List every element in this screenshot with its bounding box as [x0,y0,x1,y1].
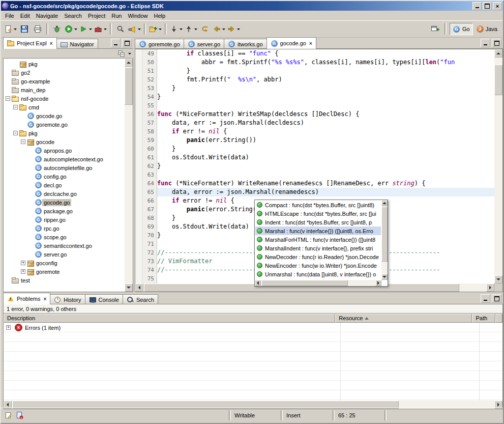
tree-item-server-go[interactable]: server.go [4,250,133,259]
view-menu-icon[interactable] [128,53,131,54]
close-icon[interactable]: × [50,41,53,46]
scrollbar-thumb[interactable] [261,280,348,286]
scroll-down-button[interactable] [125,284,133,292]
view-tab-history[interactable]: History [50,294,85,304]
editor-tab-goremote-go[interactable]: goremote.go [135,39,184,49]
completion-item-marshalforhtml[interactable]: MarshalForHTML : func(v interface{}) ([]… [255,235,381,244]
code-line-54[interactable]: } [157,93,494,101]
tree-item-config-go[interactable]: config.go [4,172,133,181]
close-icon[interactable]: × [43,296,46,302]
completion-item-newdecoder[interactable]: NewDecoder : func(r io.Reader) *json.Dec… [255,252,381,261]
maximize-view-button[interactable] [122,39,132,47]
code-line-62[interactable]: } [157,162,494,171]
code-line-49[interactable]: if classes[i] == "func" { [157,49,494,58]
tree-item-nsf-gocode[interactable]: −nsf-gocode [4,94,133,103]
tree-item-go2[interactable]: go2 [4,68,133,77]
column-header-path[interactable]: Path [472,314,495,323]
print-button[interactable] [31,23,44,35]
code-line-64[interactable]: func (*NiceFormatter) WriteRename(rename… [157,179,494,188]
open-type-button[interactable] [114,23,127,35]
scrollbar-thumb[interactable] [125,67,133,105]
menu-help[interactable]: Help [151,12,169,20]
completion-item-htmlescape[interactable]: HTMLEscape : func(dst *bytes.Buffer, src… [255,209,381,218]
code-line-60[interactable]: } [157,145,494,153]
column-header-resource[interactable]: Resource [335,314,472,323]
view-tab-console[interactable]: Console [85,294,123,304]
next-annotation-button[interactable] [169,23,184,35]
menu-file[interactable]: File [2,12,17,20]
tree-item-package-go[interactable]: package.go [4,207,133,215]
menu-search[interactable]: Search [61,12,85,20]
menu-edit[interactable]: Edit [17,12,33,20]
tree-item-scope-go[interactable]: scope.go [4,233,133,241]
column-header-description[interactable]: Description [4,314,335,323]
scroll-right-button[interactable] [375,280,381,286]
editor-tab-server-go[interactable]: server.go [184,39,224,49]
save-button[interactable] [18,23,31,35]
code-line-51[interactable]: } [157,67,494,75]
popup-vertical-scrollbar[interactable] [381,200,388,280]
search-button[interactable] [127,23,142,35]
close-button[interactable]: × [493,2,502,10]
minimize-view-button[interactable] [481,39,490,47]
view-tab-project-expl[interactable]: Project Expl× [3,37,57,49]
scrollbar-thumb[interactable] [381,207,388,262]
new-project-button[interactable] [148,23,163,35]
tree-item-pkg[interactable]: pkg [4,60,133,68]
scroll-left-button[interactable] [255,280,261,286]
tree-item-gocode-go[interactable]: gocode.go [4,198,133,207]
tree-item-autocompletecontext-go[interactable]: autocompletecontext.go [4,155,133,163]
back-button[interactable] [212,23,226,35]
java-error-icon[interactable]: x [15,411,24,420]
scroll-up-button[interactable] [125,59,133,67]
previous-annotation-button[interactable] [184,23,198,35]
tree-item-goremote[interactable]: +goremote [4,267,133,276]
collapse-icon[interactable]: − [21,139,25,144]
page-pencil-icon[interactable] [4,411,13,420]
tree-item-gocode-go[interactable]: gocode.go [4,111,133,120]
tree-item-semanticcontext-go[interactable]: semanticcontext.go [4,241,133,250]
code-line-57[interactable]: data, err := json.Marshal(decldescs) [157,119,494,127]
collapse-icon[interactable]: − [13,131,18,135]
maximize-view-button[interactable] [492,39,501,47]
view-tab-search[interactable]: Search [123,294,158,304]
perspective-java-button[interactable]: Java [474,23,500,35]
scroll-down-button[interactable] [494,275,502,284]
code-line-52[interactable]: fmt.Printf(" %s\n", abbr) [157,75,494,84]
scroll-left-button[interactable] [135,284,143,292]
tree-item-test[interactable]: test [4,276,133,285]
menu-run[interactable]: Run [108,12,125,20]
code-line-56[interactable]: func (*NiceFormatter) WriteSMap(decldesc… [157,110,494,119]
scroll-right-button[interactable] [486,284,494,292]
code-line-58[interactable]: if err != nil { [157,127,494,136]
completion-item-indent[interactable]: Indent : func(dst *bytes.Buffer, src []u… [255,218,381,227]
menu-navigate[interactable]: Navigate [33,12,61,20]
code-line-61[interactable]: os.Stdout.Write(data) [157,153,494,162]
tree-item-cmd[interactable]: −cmd [4,103,133,111]
editor-tab-gocode-go[interactable]: gocode.go× [266,37,316,49]
minimize-button[interactable] [472,2,482,10]
minimize-view-button[interactable] [481,294,490,303]
run-last-tool-button[interactable] [78,23,93,35]
code-line-53[interactable]: } [157,84,494,93]
maximize-button[interactable] [483,2,492,10]
expand-icon[interactable]: + [21,269,25,274]
expand-icon[interactable]: + [21,261,25,265]
forward-button[interactable] [226,23,241,35]
scroll-down-button[interactable] [381,274,388,280]
collapse-all-icon[interactable] [117,50,126,58]
completion-item-newencoder[interactable]: NewEncoder : func(w io.Writer) *json.Enc… [255,261,381,270]
debug-button[interactable] [50,23,64,35]
problems-row-errors-1-item[interactable]: +Errors (1 item) [4,323,502,332]
expand-icon[interactable]: + [6,325,11,330]
tree-item-declcache-go[interactable]: declcache.go [4,189,133,198]
tree-item-pkg[interactable]: −pkg [4,129,133,137]
scrollbar-thumb[interactable] [494,65,502,95]
popup-horizontal-scrollbar[interactable] [255,280,381,286]
tree-item-ripper-go[interactable]: ripper.go [4,215,133,224]
menu-project[interactable]: Project [85,12,108,20]
tree-item-gocode[interactable]: −gocode [4,137,133,146]
view-tab-navigator[interactable]: Navigator [56,39,98,49]
view-tab-problems[interactable]: Problems× [3,293,50,304]
code-line-63[interactable] [157,171,494,179]
